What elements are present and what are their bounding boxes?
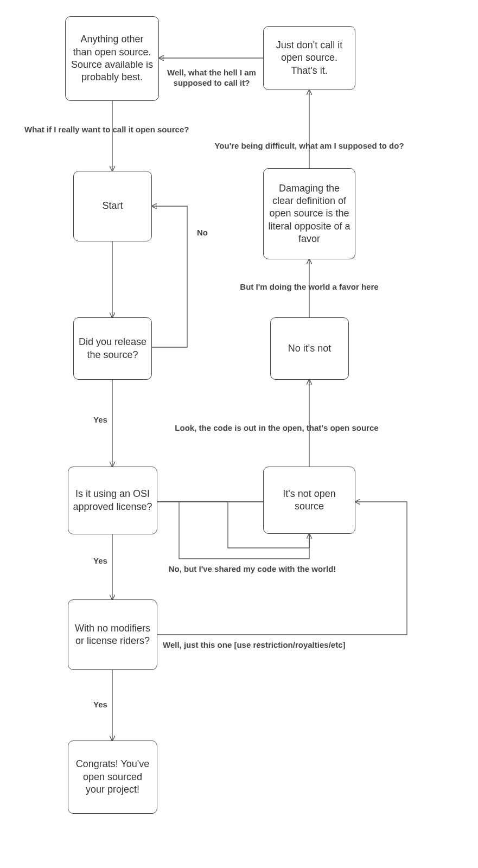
node-no-modifiers: With no modifiers or license riders? — [68, 599, 157, 670]
node-just-dont-call: Just don't call it open source. That's i… — [263, 26, 355, 90]
node-did-you-release: Did you release the source? — [73, 317, 152, 380]
node-text: Is it using an OSI approved license? — [73, 488, 152, 513]
node-text: It's not open source — [268, 488, 350, 513]
node-no-its-not: No it's not — [270, 317, 349, 380]
edge-label-no: No — [192, 228, 213, 238]
edge-label-yes-1: Yes — [90, 415, 111, 425]
node-text: Congrats! You've open sourced your proje… — [73, 758, 152, 796]
node-text: With no modifiers or license riders? — [73, 622, 152, 648]
node-its-not-open-source: It's not open source — [263, 467, 355, 534]
node-congrats: Congrats! You've open sourced your proje… — [68, 741, 157, 814]
flowchart-canvas: Anything other than open source. Source … — [0, 0, 478, 868]
edge-label-no-shared: No, but I've shared my code with the wor… — [149, 564, 355, 575]
node-text: Anything other than open source. Source … — [70, 33, 154, 84]
edge-label-what-call: Well, what the hell I am supposed to cal… — [163, 68, 260, 88]
node-start: Start — [73, 171, 152, 241]
edge-label-just-this-one: Well, just this one [use restriction/roy… — [163, 640, 380, 650]
node-damaging-definition: Damaging the clear definition of open so… — [263, 168, 355, 259]
node-osi-approved: Is it using an OSI approved license? — [68, 467, 157, 534]
node-text: Just don't call it open source. That's i… — [268, 39, 350, 77]
edge-label-really-want: What if I really want to call it open so… — [24, 125, 203, 135]
edge-label-yes-3: Yes — [90, 700, 111, 710]
node-text: Did you release the source? — [78, 336, 147, 361]
edge-label-difficult: You're being difficult, what am I suppos… — [201, 141, 418, 151]
node-anything-other: Anything other than open source. Source … — [65, 16, 159, 101]
node-text: No it's not — [288, 342, 331, 355]
edge-label-favor: But I'm doing the world a favor here — [225, 282, 393, 292]
edge-label-look-open: Look, the code is out in the open, that'… — [163, 423, 391, 433]
node-text: Start — [102, 200, 123, 212]
node-text: Damaging the clear definition of open so… — [268, 182, 350, 246]
edge-label-yes-2: Yes — [90, 556, 111, 566]
